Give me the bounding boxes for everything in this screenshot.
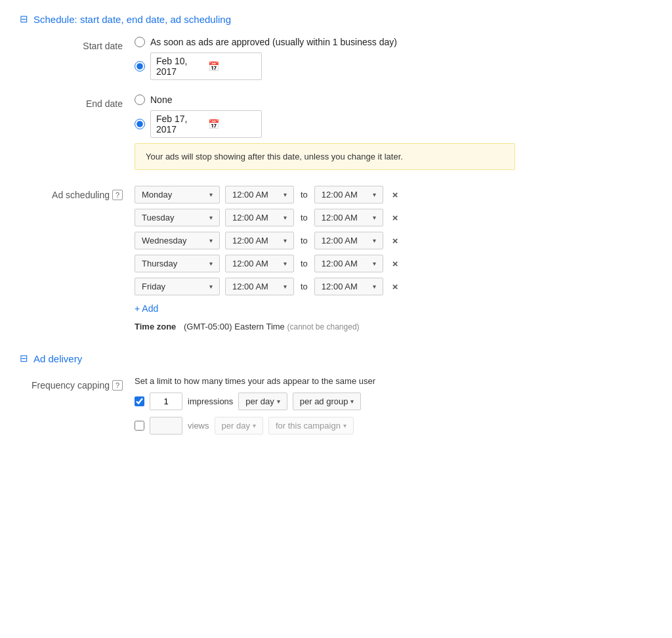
freq-views-scope-dropdown[interactable]: for this campaign ▾ (268, 417, 354, 435)
freq-impressions-row: impressions per day ▾ per ad group ▾ (135, 393, 652, 410)
schedule-section-title: Schedule: start date, end date, ad sched… (33, 14, 231, 25)
day-dropdown-friday[interactable]: Friday ▾ (135, 278, 220, 295)
schedule-section-header[interactable]: ⊟ Schedule: start date, end date, ad sch… (20, 13, 652, 25)
to-arrow-wednesday: ▾ (373, 237, 376, 244)
freq-views-period-arrow: ▾ (253, 422, 256, 429)
start-date-radio-asap[interactable] (135, 37, 145, 47)
schedule-collapse-icon: ⊟ (20, 13, 28, 25)
to-time-label-friday: 12:00 AM (322, 282, 358, 291)
scheduling-row-friday: Friday ▾ 12:00 AM ▾ to 12:00 AM ▾ × (135, 278, 652, 295)
start-date-option2-row: Feb 10, 2017 📅 (135, 53, 652, 80)
from-time-thursday[interactable]: 12:00 AM ▾ (225, 255, 294, 272)
freq-impressions-period-label: per day (245, 396, 274, 406)
day-label-friday: Friday (142, 282, 165, 291)
freq-impressions-scope-dropdown[interactable]: per ad group ▾ (293, 393, 362, 410)
day-dropdown-wednesday[interactable]: Wednesday ▾ (135, 232, 220, 249)
start-date-calendar-icon[interactable]: 📅 (208, 61, 256, 72)
to-time-label-thursday: 12:00 AM (322, 259, 358, 268)
day-label-wednesday: Wednesday (142, 236, 186, 245)
end-date-radio-none[interactable] (135, 95, 145, 105)
timezone-row: Time zone (GMT-05:00) Eastern Time (cann… (135, 322, 652, 331)
to-label-friday: to (299, 282, 309, 291)
ad-delivery-section-header[interactable]: ⊟ Ad delivery (20, 352, 652, 364)
to-time-tuesday[interactable]: 12:00 AM ▾ (314, 209, 383, 226)
start-date-value: Feb 10, 2017 (156, 56, 204, 77)
ad-scheduling-row: Ad scheduling ? Monday ▾ 12:00 AM ▾ to 1… (20, 186, 652, 331)
end-date-input-wrapper[interactable]: Feb 17, 2017 📅 (150, 110, 262, 138)
end-date-calendar-icon[interactable]: 📅 (208, 119, 256, 129)
from-time-monday[interactable]: 12:00 AM ▾ (225, 186, 294, 203)
freq-impressions-scope-arrow: ▾ (350, 398, 354, 405)
freq-help-icon[interactable]: ? (112, 380, 123, 391)
to-time-label-wednesday: 12:00 AM (322, 236, 358, 245)
timezone-note: (cannot be changed) (287, 322, 359, 331)
to-time-monday[interactable]: 12:00 AM ▾ (314, 186, 383, 203)
day-dropdown-thursday[interactable]: Thursday ▾ (135, 255, 220, 272)
to-time-wednesday[interactable]: 12:00 AM ▾ (314, 232, 383, 249)
freq-label: Frequency capping (32, 380, 110, 391)
freq-views-row: views per day ▾ for this campaign ▾ (135, 417, 652, 435)
to-arrow-monday: ▾ (373, 191, 376, 198)
to-time-label-monday: 12:00 AM (322, 190, 358, 200)
start-date-option1-row: As soon as ads are approved (usually wit… (135, 37, 652, 47)
from-time-label-friday: 12:00 AM (232, 282, 268, 291)
scheduling-row-wednesday: Wednesday ▾ 12:00 AM ▾ to 12:00 AM ▾ × (135, 232, 652, 249)
end-date-option2-row: Feb 17, 2017 📅 (135, 110, 652, 138)
day-dropdown-monday[interactable]: Monday ▾ (135, 186, 220, 203)
end-date-radio-date[interactable] (135, 119, 145, 129)
to-label-monday: to (299, 190, 309, 200)
freq-impressions-checkbox[interactable] (135, 396, 144, 406)
day-label-tuesday: Tuesday (142, 213, 174, 223)
to-arrow-friday: ▾ (373, 283, 376, 290)
timezone-value: (GMT-05:00) Eastern Time (184, 322, 285, 331)
add-scheduling-link[interactable]: + Add (135, 303, 158, 314)
to-time-label-tuesday: 12:00 AM (322, 213, 358, 223)
scheduling-row-thursday: Thursday ▾ 12:00 AM ▾ to 12:00 AM ▾ × (135, 255, 652, 272)
day-dropdown-tuesday[interactable]: Tuesday ▾ (135, 209, 220, 226)
start-date-input-wrapper[interactable]: Feb 10, 2017 📅 (150, 53, 262, 80)
freq-views-value[interactable] (150, 417, 182, 435)
schedule-section: ⊟ Schedule: start date, end date, ad sch… (20, 13, 652, 331)
freq-views-period-dropdown[interactable]: per day ▾ (215, 417, 263, 435)
freq-views-checkbox[interactable] (135, 421, 144, 431)
ad-delivery-section-title: Ad delivery (33, 353, 82, 364)
from-arrow-friday: ▾ (284, 283, 287, 290)
end-date-content: None Feb 17, 2017 📅 Your ads will stop s… (135, 95, 652, 177)
end-date-info-box: Your ads will stop showing after this da… (135, 143, 515, 170)
remove-tuesday[interactable]: × (388, 211, 402, 224)
to-time-friday[interactable]: 12:00 AM ▾ (314, 278, 383, 295)
frequency-capping-row: Frequency capping ? Set a limit to how m… (20, 376, 652, 441)
start-date-asap-label: As soon as ads are approved (usually wit… (150, 37, 397, 47)
ad-scheduling-help-icon[interactable]: ? (112, 190, 123, 200)
to-arrow-thursday: ▾ (373, 260, 376, 267)
from-arrow-monday: ▾ (284, 191, 287, 198)
from-arrow-tuesday: ▾ (284, 214, 287, 221)
freq-views-scope-label: for this campaign (276, 421, 341, 431)
from-time-label-monday: 12:00 AM (232, 190, 268, 200)
remove-monday[interactable]: × (388, 188, 402, 202)
ad-scheduling-content: Monday ▾ 12:00 AM ▾ to 12:00 AM ▾ × Tues… (135, 186, 652, 331)
from-time-tuesday[interactable]: 12:00 AM ▾ (225, 209, 294, 226)
remove-thursday[interactable]: × (388, 257, 402, 270)
from-time-wednesday[interactable]: 12:00 AM ▾ (225, 232, 294, 249)
ad-delivery-section: ⊟ Ad delivery Frequency capping ? Set a … (20, 352, 652, 441)
from-time-friday[interactable]: 12:00 AM ▾ (225, 278, 294, 295)
remove-wednesday[interactable]: × (388, 234, 402, 247)
scheduling-row-tuesday: Tuesday ▾ 12:00 AM ▾ to 12:00 AM ▾ × (135, 209, 652, 226)
freq-impressions-scope-label: per ad group (300, 396, 348, 406)
to-label-thursday: to (299, 259, 309, 268)
freq-label-wrapper: Frequency capping ? (20, 376, 135, 391)
to-arrow-tuesday: ▾ (373, 214, 376, 221)
start-date-label: Start date (20, 37, 135, 51)
start-date-radio-date[interactable] (135, 61, 145, 72)
freq-views-unit: views (188, 421, 209, 431)
from-time-label-tuesday: 12:00 AM (232, 213, 268, 223)
freq-impressions-value[interactable] (150, 393, 182, 410)
to-time-thursday[interactable]: 12:00 AM ▾ (314, 255, 383, 272)
freq-impressions-period-dropdown[interactable]: per day ▾ (238, 393, 287, 410)
start-date-row: Start date As soon as ads are approved (… (20, 37, 652, 85)
freq-views-period-label: per day (222, 421, 250, 431)
from-arrow-thursday: ▾ (284, 260, 287, 267)
remove-friday[interactable]: × (388, 280, 402, 293)
ad-delivery-collapse-icon: ⊟ (20, 352, 28, 364)
